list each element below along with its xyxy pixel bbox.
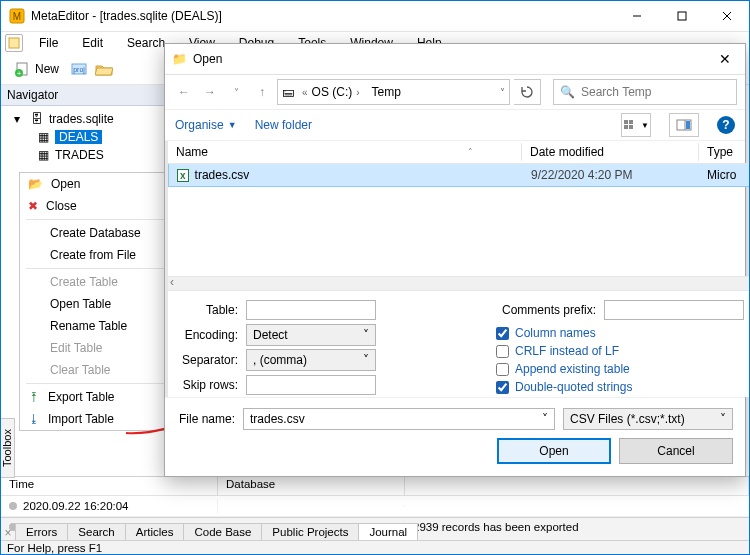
col-type[interactable]: Type bbox=[699, 143, 750, 161]
project-icon[interactable]: proj bbox=[71, 60, 89, 78]
breadcrumb-drive: OS (C:) bbox=[312, 85, 353, 99]
tree-table-label: TRADES bbox=[55, 148, 104, 162]
col-name[interactable]: Name˄ bbox=[168, 143, 522, 161]
file-type: Micro bbox=[699, 168, 750, 182]
svg-rect-6 bbox=[9, 38, 19, 48]
titlebar: M MetaEditor - [trades.sqlite (DEALS)] bbox=[1, 1, 749, 32]
cb-append[interactable]: Append existing table bbox=[496, 362, 744, 376]
view-options-button[interactable]: ▼ bbox=[621, 113, 651, 137]
nav-history-icon[interactable]: ˅ bbox=[225, 81, 247, 103]
minimize-button[interactable] bbox=[614, 2, 659, 31]
chevron-down-icon: ▼ bbox=[228, 120, 237, 130]
skip-rows-input[interactable] bbox=[246, 375, 376, 395]
svg-rect-12 bbox=[624, 120, 628, 124]
navigator-title: Navigator bbox=[7, 88, 58, 102]
file-date: 9/22/2020 4:20 PM bbox=[523, 168, 699, 182]
tab-codebase[interactable]: Code Base bbox=[183, 523, 262, 540]
chevron-down-icon[interactable]: ˅ bbox=[500, 87, 505, 98]
breadcrumb-folder: Temp bbox=[372, 85, 401, 99]
cb-column-names[interactable]: Column names bbox=[496, 326, 744, 340]
menu-edit[interactable]: Edit bbox=[70, 34, 115, 52]
toolbox-headers: Time Database bbox=[1, 477, 749, 496]
cb-double-quoted[interactable]: Double-quoted strings bbox=[496, 380, 744, 394]
skip-rows-label: Skip rows: bbox=[180, 378, 238, 392]
folder-up-icon: 📁 bbox=[169, 52, 189, 66]
svg-rect-13 bbox=[629, 120, 633, 124]
status-text: For Help, press F1 bbox=[7, 542, 102, 554]
organise-button[interactable]: Organise▼ bbox=[175, 118, 237, 132]
filetype-filter[interactable]: CSV Files (*.csv;*.txt)˅ bbox=[563, 408, 733, 430]
open-dialog: 📁 Open ✕ ← → ˅ ↑ 🖴 «OS (C:)› Temp ˅ 🔍 Se… bbox=[164, 43, 746, 477]
new-folder-button[interactable]: New folder bbox=[255, 118, 312, 132]
log-row[interactable]: 2020.09.22 16:20:04 bbox=[1, 496, 749, 517]
preview-pane-button[interactable] bbox=[669, 113, 699, 137]
tab-errors[interactable]: Errors bbox=[15, 523, 68, 540]
help-button[interactable]: ? bbox=[717, 116, 735, 134]
search-placeholder: Search Temp bbox=[581, 85, 651, 99]
nav-back-icon[interactable]: ← bbox=[173, 81, 195, 103]
refresh-button[interactable] bbox=[514, 79, 541, 105]
horizontal-scrollbar[interactable] bbox=[168, 276, 750, 290]
file-row-trades-csv[interactable]: xtrades.csv 9/22/2020 4:20 PM Micro bbox=[168, 164, 750, 187]
filename-label: File name: bbox=[177, 412, 235, 426]
chevron-down-icon: ˅ bbox=[363, 353, 369, 367]
comments-input[interactable] bbox=[604, 300, 744, 320]
tab-close-icon[interactable]: × bbox=[1, 526, 15, 540]
new-button[interactable]: + New bbox=[7, 57, 65, 81]
app-menu-icon[interactable] bbox=[5, 34, 23, 52]
encoding-label: Encoding: bbox=[180, 328, 238, 342]
chevron-down-icon: ˅ bbox=[363, 328, 369, 342]
file-list-columns: Name˄ Date modified Type bbox=[168, 141, 750, 164]
minus-icon: ▾ bbox=[9, 112, 25, 126]
toolbox-panel: Time Database 2020.09.22 16:20:04 2020.0… bbox=[1, 476, 749, 517]
col-database[interactable]: Database bbox=[218, 477, 405, 495]
import-icon: ⭳ bbox=[28, 412, 40, 426]
toolbox-side-label[interactable]: Toolbox bbox=[0, 418, 15, 478]
dialog-commandbar: Organise▼ New folder ▼ ? bbox=[165, 110, 745, 141]
open-button[interactable]: Open bbox=[497, 438, 611, 464]
cb-crlf[interactable]: CRLF instead of LF bbox=[496, 344, 744, 358]
window-title: MetaEditor - [trades.sqlite (DEALS)] bbox=[31, 9, 614, 23]
import-options: Table: Encoding: Detect˅ Separator: , (c… bbox=[168, 290, 750, 397]
table-input[interactable] bbox=[246, 300, 376, 320]
menu-file[interactable]: File bbox=[27, 34, 70, 52]
breadcrumb[interactable]: 🖴 «OS (C:)› Temp ˅ bbox=[277, 79, 510, 105]
cancel-button[interactable]: Cancel bbox=[619, 438, 733, 464]
tab-journal[interactable]: Journal bbox=[358, 523, 418, 540]
chevron-down-icon: ▼ bbox=[641, 121, 649, 130]
drive-icon: 🖴 bbox=[282, 85, 294, 99]
dialog-titlebar: 📁 Open ✕ bbox=[165, 44, 745, 75]
file-name: trades.csv bbox=[195, 168, 250, 182]
chevron-down-icon: ˅ bbox=[542, 412, 548, 426]
tree-table-label: DEALS bbox=[55, 130, 102, 144]
col-date[interactable]: Date modified bbox=[522, 143, 699, 161]
open-folder-icon[interactable] bbox=[95, 60, 113, 78]
dialog-nav: ← → ˅ ↑ 🖴 «OS (C:)› Temp ˅ 🔍 Search Temp bbox=[165, 75, 745, 110]
open-folder-icon: 📂 bbox=[28, 177, 43, 191]
maximize-button[interactable] bbox=[659, 2, 704, 31]
svg-rect-3 bbox=[678, 12, 686, 20]
search-icon: 🔍 bbox=[560, 85, 575, 99]
search-input[interactable]: 🔍 Search Temp bbox=[553, 79, 737, 105]
excel-icon: x bbox=[177, 169, 189, 182]
new-file-icon: + bbox=[13, 60, 31, 78]
database-icon: 🗄 bbox=[29, 112, 45, 126]
export-icon: ⭱ bbox=[28, 390, 40, 404]
tree-scrollbar[interactable] bbox=[166, 141, 168, 397]
tab-articles[interactable]: Articles bbox=[125, 523, 185, 540]
col-message[interactable] bbox=[405, 477, 749, 495]
sort-asc-icon: ˄ bbox=[468, 147, 473, 157]
col-time[interactable]: Time bbox=[1, 477, 218, 495]
nav-forward-icon[interactable]: → bbox=[199, 81, 221, 103]
close-icon: ✖ bbox=[28, 199, 38, 213]
encoding-select[interactable]: Detect˅ bbox=[246, 324, 376, 346]
tab-public-projects[interactable]: Public Projects bbox=[261, 523, 359, 540]
dialog-close-button[interactable]: ✕ bbox=[705, 44, 745, 74]
filename-input[interactable]: trades.csv˅ bbox=[243, 408, 555, 430]
app-window: M MetaEditor - [trades.sqlite (DEALS)] F… bbox=[0, 0, 750, 555]
separator-select[interactable]: , (comma)˅ bbox=[246, 349, 376, 371]
nav-up-icon[interactable]: ↑ bbox=[251, 81, 273, 103]
tab-search[interactable]: Search bbox=[67, 523, 125, 540]
svg-rect-14 bbox=[624, 125, 628, 129]
close-button[interactable] bbox=[704, 2, 749, 31]
